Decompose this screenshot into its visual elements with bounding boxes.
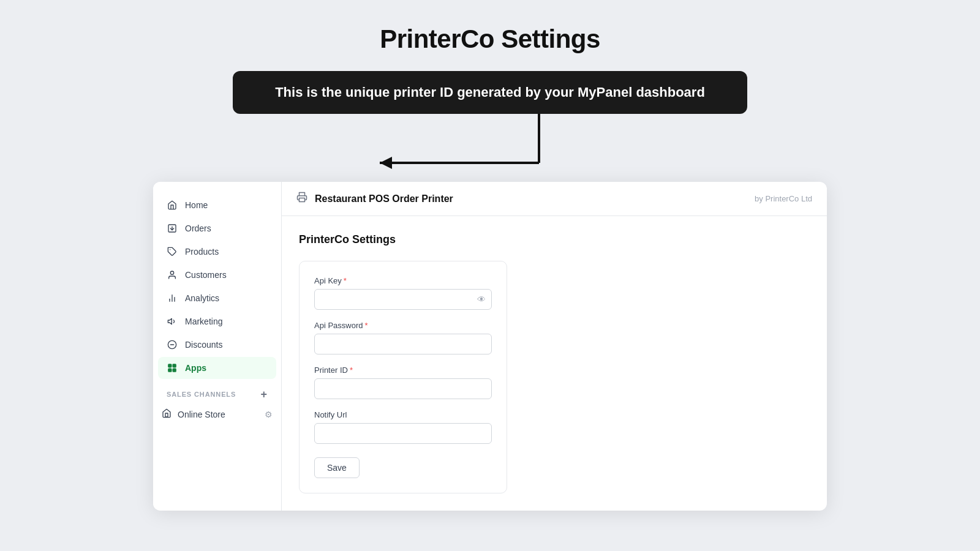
- svg-rect-17: [165, 413, 168, 417]
- svg-marker-2: [380, 157, 392, 169]
- sidebar-item-label: Discounts: [185, 340, 222, 350]
- products-icon: [167, 246, 178, 257]
- svg-rect-16: [173, 369, 176, 372]
- sidebar-item-apps[interactable]: Apps: [158, 357, 276, 379]
- svg-point-6: [170, 271, 173, 274]
- add-channel-button[interactable]: +: [261, 389, 268, 400]
- sidebar-channels-section: SALES CHANNELS +: [153, 379, 281, 403]
- svg-rect-15: [168, 369, 172, 372]
- svg-marker-10: [168, 318, 172, 324]
- settings-container: PrinterCo Settings Api Key * 👁 Api Passw: [282, 216, 827, 511]
- api-key-group: Api Key * 👁: [314, 276, 492, 310]
- tooltip-banner: This is the unique printer ID generated …: [233, 71, 747, 114]
- api-key-input[interactable]: [314, 289, 492, 310]
- app-window: Home Orders Products Customers: [153, 182, 827, 511]
- sidebar-item-label: Home: [185, 200, 208, 210]
- api-password-input[interactable]: [314, 334, 492, 354]
- sidebar-item-label: Customers: [185, 270, 227, 280]
- sidebar-item-label: Orders: [185, 223, 211, 233]
- sidebar-item-home[interactable]: Home: [158, 194, 276, 216]
- svg-rect-13: [168, 364, 172, 367]
- settings-form-title: PrinterCo Settings: [299, 233, 810, 246]
- sidebar-item-discounts[interactable]: Discounts: [158, 334, 276, 356]
- svg-rect-14: [173, 364, 176, 367]
- sidebar-item-marketing[interactable]: Marketing: [158, 310, 276, 332]
- sidebar-item-analytics[interactable]: Analytics: [158, 287, 276, 309]
- printer-id-input[interactable]: [314, 378, 492, 399]
- analytics-icon: [167, 293, 178, 304]
- main-content: Restaurant POS Order Printer by PrinterC…: [282, 182, 827, 511]
- save-button[interactable]: Save: [314, 457, 360, 478]
- api-password-label: Api Password *: [314, 321, 492, 330]
- marketing-icon: [167, 316, 178, 327]
- sidebar: Home Orders Products Customers: [153, 182, 282, 511]
- printer-id-label: Printer ID *: [314, 365, 492, 375]
- top-bar: Restaurant POS Order Printer by PrinterC…: [282, 182, 827, 216]
- sidebar-nav: Home Orders Products Customers: [153, 194, 281, 379]
- orders-icon: [167, 223, 178, 234]
- notify-url-input[interactable]: [314, 423, 492, 444]
- api-password-group: Api Password *: [314, 321, 492, 354]
- home-icon: [167, 200, 178, 211]
- sidebar-item-customers[interactable]: Customers: [158, 264, 276, 286]
- form-card: Api Key * 👁 Api Password *: [299, 261, 507, 493]
- customers-icon: [167, 269, 178, 280]
- sidebar-item-label: Products: [185, 247, 219, 257]
- discounts-icon: [167, 339, 178, 350]
- channel-label: Online Store: [178, 410, 225, 419]
- api-key-label: Api Key *: [314, 276, 492, 285]
- printer-id-group: Printer ID *: [314, 365, 492, 399]
- sidebar-item-orders[interactable]: Orders: [158, 217, 276, 239]
- notify-url-label: Notify Url: [314, 410, 492, 419]
- channel-settings-icon[interactable]: ⚙: [265, 410, 273, 419]
- sidebar-item-label: Marketing: [185, 317, 222, 326]
- sidebar-item-products[interactable]: Products: [158, 241, 276, 263]
- printer-icon: [296, 192, 307, 206]
- page-title: PrinterCo Settings: [380, 24, 600, 54]
- annotation-arrow: [153, 114, 827, 184]
- svg-rect-18: [300, 198, 305, 202]
- sidebar-item-online-store[interactable]: Online Store ⚙: [153, 403, 281, 425]
- sidebar-item-label: Analytics: [185, 293, 219, 303]
- top-bar-title: Restaurant POS Order Printer: [315, 193, 747, 204]
- apps-icon: [167, 362, 178, 373]
- top-bar-by: by PrinterCo Ltd: [755, 194, 812, 203]
- sidebar-item-label: Apps: [185, 363, 206, 373]
- eye-icon[interactable]: 👁: [477, 294, 486, 304]
- store-icon: [162, 408, 172, 420]
- notify-url-group: Notify Url: [314, 410, 492, 444]
